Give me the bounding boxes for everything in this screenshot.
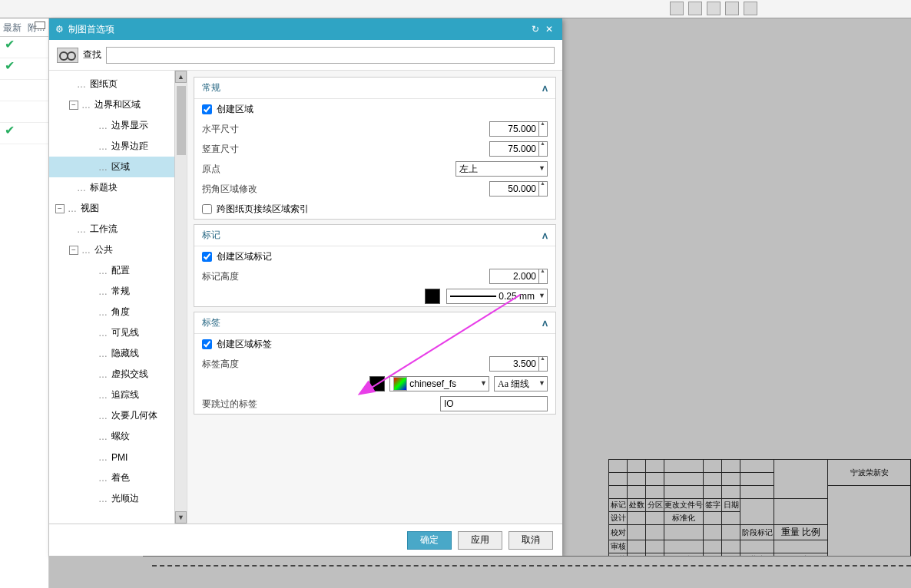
spinner-icon[interactable] bbox=[538, 181, 548, 197]
chevron-up-icon[interactable]: ʌ bbox=[542, 230, 548, 241]
paper-border bbox=[143, 556, 911, 586]
binoculars-icon bbox=[57, 48, 78, 63]
chevron-down-icon: ▼ bbox=[538, 379, 545, 387]
tree-node-pmi[interactable]: …PMI bbox=[49, 447, 174, 467]
check-icon: ✔ bbox=[3, 35, 16, 54]
label-marker-height: 标记高度 bbox=[202, 270, 489, 283]
panel-general: 常规 ʌ 创建区域 水平尺寸 竖直尺寸 原点左上▼ 拐角区域修改 跨图纸页接续区… bbox=[194, 77, 556, 220]
spinner-icon[interactable] bbox=[538, 121, 548, 137]
label-label-height: 标签高度 bbox=[202, 358, 489, 371]
search-bar: 查找 bbox=[49, 40, 562, 71]
spinner-icon[interactable] bbox=[538, 269, 548, 284]
select-lineweight[interactable]: 0.25 mm▼ bbox=[446, 289, 548, 304]
tree-node-smooth-edge[interactable]: …光顺边 bbox=[49, 488, 174, 509]
checkbox-create-label[interactable]: 创建区域标签 bbox=[202, 338, 272, 351]
tree-node-border-zone[interactable]: −…边界和区域 bbox=[49, 94, 174, 115]
dialog-title: 制图首选项 bbox=[68, 23, 528, 36]
chevron-down-icon: ▼ bbox=[538, 164, 545, 172]
spinner-icon[interactable] bbox=[538, 356, 548, 372]
label-horizontal: 水平尺寸 bbox=[202, 123, 489, 136]
collapse-icon[interactable]: − bbox=[55, 204, 65, 213]
tree-node-shaded[interactable]: …着色 bbox=[49, 467, 174, 488]
chevron-up-icon[interactable]: ʌ bbox=[542, 318, 548, 329]
toolbar-icon[interactable] bbox=[688, 2, 702, 15]
tree-node-general[interactable]: …常规 bbox=[49, 281, 174, 302]
check-icon: ✔ bbox=[3, 121, 16, 140]
cancel-button[interactable]: 取消 bbox=[509, 531, 553, 550]
tree-node-workflow[interactable]: …工作流 bbox=[49, 219, 174, 239]
search-input[interactable] bbox=[106, 47, 555, 64]
scroll-up-icon[interactable]: ▲ bbox=[175, 71, 187, 83]
spinner-icon[interactable] bbox=[538, 141, 548, 157]
collapse-icon[interactable]: − bbox=[69, 246, 78, 255]
tree-node-zone[interactable]: …区域 bbox=[49, 157, 174, 177]
settings-panels: 常规 ʌ 创建区域 水平尺寸 竖直尺寸 原点左上▼ 拐角区域修改 跨图纸页接续区… bbox=[187, 71, 562, 524]
label-vertical: 竖直尺寸 bbox=[202, 143, 489, 156]
label-skip: 要跳过的标签 bbox=[202, 398, 440, 411]
tree-scrollbar[interactable]: ▲ ▼ bbox=[174, 71, 187, 524]
panel-header-marker[interactable]: 标记 ʌ bbox=[194, 225, 555, 246]
select-font[interactable]: chinesef_fs▼ bbox=[389, 376, 489, 391]
scroll-down-icon[interactable]: ▼ bbox=[175, 511, 187, 524]
tree-node-traceline[interactable]: …追踪线 bbox=[49, 385, 174, 405]
select-origin[interactable]: 左上▼ bbox=[456, 161, 548, 177]
chevron-down-icon: ▼ bbox=[480, 379, 487, 387]
tree-node-titleblock[interactable]: …标题块 bbox=[49, 177, 174, 198]
drawing-dashed-border bbox=[152, 565, 911, 567]
panel-marker: 标记 ʌ 创建区域标记 标记高度 0.25 mm▼ bbox=[194, 224, 556, 307]
panel-header-general[interactable]: 常规 ʌ bbox=[194, 78, 555, 99]
maximize-icon[interactable] bbox=[35, 21, 45, 29]
search-label: 查找 bbox=[83, 48, 101, 61]
app-toolbar bbox=[0, 0, 911, 18]
toolbar-icon[interactable] bbox=[670, 2, 684, 15]
line-sample-icon bbox=[450, 296, 496, 297]
tree-node-view[interactable]: −…视图 bbox=[49, 198, 174, 219]
toolbar-icon[interactable] bbox=[707, 2, 721, 15]
tab-latest[interactable]: 最新 bbox=[0, 18, 25, 36]
font-icon bbox=[393, 377, 407, 391]
select-font-style[interactable]: Aa 细线▼ bbox=[494, 376, 548, 391]
dialog-titlebar: ⚙ 制图首选项 ↻ ✕ bbox=[49, 18, 562, 40]
tree-node-visible-line[interactable]: …可见线 bbox=[49, 322, 174, 343]
left-filter-panel: 最新 附... ✔ ✔ ✔ bbox=[0, 18, 49, 588]
panel-label: 标签 ʌ 创建区域标签 标签高度 chinesef_fs▼ Aa 细线▼ 要跳过… bbox=[194, 312, 556, 415]
collapse-icon[interactable]: − bbox=[69, 101, 78, 110]
tree-node-common[interactable]: −…公共 bbox=[49, 239, 174, 260]
tree-node-secondary-geom[interactable]: …次要几何体 bbox=[49, 405, 174, 426]
checkbox-create-marker[interactable]: 创建区域标记 bbox=[202, 250, 272, 263]
chevron-up-icon[interactable]: ʌ bbox=[542, 83, 548, 94]
tree-node-config[interactable]: …配置 bbox=[49, 260, 174, 281]
drawing-titleblock: 宁波荣新安 标记处数分区更改文件号签字日期 设计标准化 校对阶段标记重量 比例 … bbox=[608, 459, 911, 567]
checkbox-cross-sheet[interactable]: 跨图纸页接续区域索引 bbox=[202, 203, 309, 216]
chevron-down-icon: ▼ bbox=[538, 292, 545, 299]
close-icon[interactable]: ✕ bbox=[542, 24, 556, 35]
tree-node-border-display[interactable]: …边界显示 bbox=[49, 115, 174, 136]
tree-node-virtual-intersection[interactable]: …虚拟交线 bbox=[49, 364, 174, 385]
label-origin: 原点 bbox=[202, 163, 456, 176]
preferences-dialog: ⚙ 制图首选项 ↻ ✕ 查找 …图纸页 −…边界和区域 …边界显示 …边界边距 … bbox=[49, 18, 562, 556]
ok-button[interactable]: 确定 bbox=[407, 531, 452, 550]
scroll-thumb[interactable] bbox=[177, 86, 186, 155]
tree-node-hidden-line[interactable]: …隐藏线 bbox=[49, 343, 174, 364]
reset-icon[interactable]: ↻ bbox=[528, 24, 542, 35]
tree-node-thread[interactable]: …螺纹 bbox=[49, 426, 174, 447]
input-skip-labels[interactable] bbox=[440, 396, 548, 411]
gear-icon: ⚙ bbox=[55, 24, 64, 35]
dialog-footer: 确定 应用 取消 bbox=[49, 524, 562, 556]
tree-node-border-margin[interactable]: …边界边距 bbox=[49, 136, 174, 157]
color-swatch[interactable] bbox=[425, 289, 440, 304]
check-icon: ✔ bbox=[3, 56, 16, 75]
label-corner: 拐角区域修改 bbox=[202, 183, 489, 196]
panel-header-label[interactable]: 标签 ʌ bbox=[194, 312, 555, 334]
tree-node-sheet[interactable]: …图纸页 bbox=[49, 74, 174, 94]
tree-node-angle[interactable]: …角度 bbox=[49, 302, 174, 322]
checkbox-create-zone[interactable]: 创建区域 bbox=[202, 103, 253, 116]
toolbar-icon[interactable] bbox=[725, 2, 739, 15]
toolbar-icon[interactable] bbox=[744, 2, 757, 15]
nav-tree[interactable]: …图纸页 −…边界和区域 …边界显示 …边界边距 …区域 …标题块 −…视图 …… bbox=[49, 71, 174, 524]
apply-button[interactable]: 应用 bbox=[458, 531, 502, 550]
